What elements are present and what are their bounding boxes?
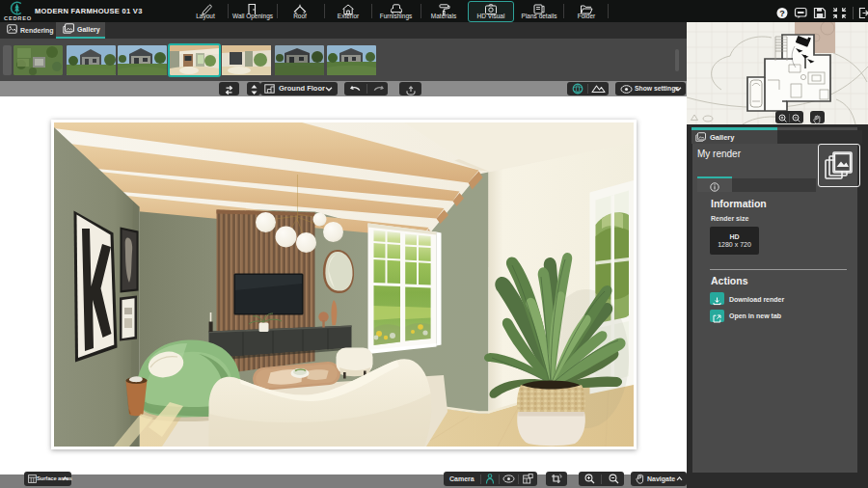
svg-text:?: ? (779, 9, 785, 18)
